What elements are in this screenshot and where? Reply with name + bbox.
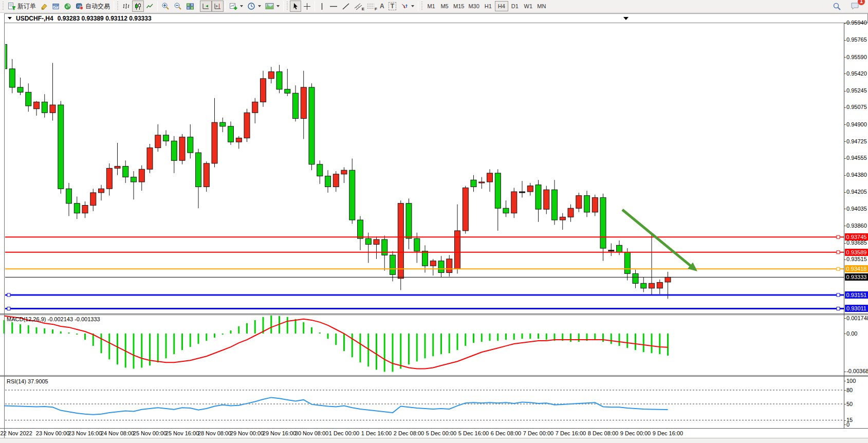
hline-price-tag-0.93745[interactable]: 0.93745 bbox=[845, 233, 868, 241]
rsi-label: RSI(14) 37.9005 bbox=[7, 378, 48, 384]
trendline-icon bbox=[342, 3, 350, 10]
rsi-pane[interactable] bbox=[0, 377, 844, 428]
hline-price-tag-0.93589[interactable]: 0.93589 bbox=[845, 249, 868, 256]
toolbar-grip[interactable] bbox=[286, 2, 289, 11]
axis-tick bbox=[844, 260, 846, 260]
toolbar-grip[interactable] bbox=[421, 2, 423, 11]
axis-tick bbox=[844, 226, 846, 226]
arrows-caret bbox=[411, 5, 414, 7]
period-button[interactable] bbox=[245, 1, 263, 12]
new-chart-button[interactable] bbox=[227, 1, 245, 12]
equidistant-channel-button[interactable]: E bbox=[352, 1, 365, 12]
chart-shift-button[interactable] bbox=[212, 1, 224, 12]
vertical-line-button[interactable] bbox=[317, 1, 327, 12]
text-button[interactable]: A bbox=[378, 1, 386, 12]
line-chart-icon bbox=[146, 3, 154, 10]
channel-letter: E bbox=[362, 7, 364, 11]
timeframe-button-m1[interactable]: M1 bbox=[424, 1, 438, 11]
metaeditor-button[interactable] bbox=[38, 1, 50, 12]
timeframe-button-d1[interactable]: D1 bbox=[508, 1, 522, 11]
line-chart-button[interactable] bbox=[144, 1, 156, 12]
text-label-button[interactable]: T bbox=[386, 1, 398, 12]
axis-tick bbox=[844, 243, 846, 244]
auto-scroll-icon bbox=[202, 3, 210, 10]
text-tool-letter: A bbox=[380, 3, 384, 10]
fibonacci-button[interactable]: F bbox=[365, 1, 378, 12]
zoom-out-button[interactable] bbox=[172, 1, 184, 12]
template-button[interactable] bbox=[263, 1, 282, 12]
hline-price-tag-0.93011[interactable]: 0.93011 bbox=[845, 305, 868, 312]
axis-tick bbox=[844, 57, 846, 58]
search-button[interactable] bbox=[830, 1, 843, 12]
crosshair-icon bbox=[303, 3, 311, 10]
rsi-tick-50: 50 bbox=[846, 401, 868, 407]
hline-price-tag-0.93151[interactable]: 0.93151 bbox=[845, 291, 868, 299]
trend-arrow-annotation[interactable] bbox=[622, 210, 697, 271]
notification-badge: 1 bbox=[858, 0, 865, 5]
timeframe-group: M1M5M15M30H1H4D1W1MN bbox=[424, 1, 548, 11]
toolbar-grip[interactable] bbox=[2, 2, 5, 11]
timeframe-button-h1[interactable]: H1 bbox=[482, 1, 495, 11]
chart-shift-marker[interactable] bbox=[623, 17, 629, 20]
timeframe-button-mn[interactable]: MN bbox=[535, 1, 548, 11]
market-watch-button[interactable] bbox=[50, 1, 62, 12]
cursor-button[interactable] bbox=[290, 1, 301, 12]
price-tick-0.94725: 0.94725 bbox=[846, 138, 868, 144]
bar-chart-button[interactable] bbox=[120, 1, 132, 12]
price-tick-0.94035: 0.94035 bbox=[846, 206, 868, 212]
main-chart-canvas[interactable] bbox=[0, 24, 844, 313]
trendline-button[interactable] bbox=[340, 1, 352, 12]
rsi-tick-100: 100 bbox=[846, 378, 868, 384]
ohlc-high: 0.93389 bbox=[81, 15, 103, 22]
candlestick-chart-button[interactable] bbox=[132, 1, 144, 12]
autotrading-button[interactable]: 自动交易 bbox=[73, 1, 112, 12]
candlestick-chart-icon bbox=[134, 3, 142, 10]
tile-windows-button[interactable] bbox=[184, 1, 196, 12]
signals-button[interactable] bbox=[62, 1, 73, 12]
period-clock-icon bbox=[247, 2, 255, 10]
hline-price-tag-0.93418[interactable]: 0.93418 bbox=[845, 265, 868, 272]
template-caret bbox=[276, 5, 280, 7]
timeframe-button-m15[interactable]: M15 bbox=[451, 1, 466, 11]
current-price-tag-0.93333[interactable]: 0.93333 bbox=[845, 273, 868, 281]
autotrading-label: 自动交易 bbox=[85, 2, 110, 11]
crosshair-button[interactable] bbox=[301, 1, 313, 12]
arrows-icon bbox=[400, 3, 409, 10]
notifications-button[interactable]: 1 bbox=[848, 1, 862, 12]
macd-pane[interactable] bbox=[0, 315, 844, 376]
axis-tick bbox=[844, 141, 846, 142]
price-tick-0.95420: 0.95420 bbox=[846, 70, 868, 77]
horizontal-line-button[interactable] bbox=[327, 1, 340, 12]
market-watch-icon bbox=[52, 3, 60, 10]
toolbar-grip[interactable] bbox=[117, 2, 119, 11]
toolbar: 新订单 bbox=[0, 0, 868, 13]
new-order-button[interactable]: 新订单 bbox=[6, 1, 38, 12]
price-tick-0.95940: 0.95940 bbox=[846, 20, 868, 26]
timeframe-button-h4[interactable]: H4 bbox=[495, 1, 508, 11]
arrows-button[interactable] bbox=[398, 1, 416, 12]
price-tick-0.94380: 0.94380 bbox=[846, 172, 868, 178]
axis-tick bbox=[844, 175, 846, 176]
timeframe-button-w1[interactable]: W1 bbox=[522, 1, 535, 11]
macd-label: MACD(12,26,9) -0.002143 -0.001333 bbox=[7, 316, 100, 322]
axis-tick bbox=[844, 73, 846, 74]
metaeditor-icon bbox=[40, 3, 48, 10]
axis-tick bbox=[844, 372, 846, 372]
chart-header: USDCHF-,H4 0.93283 0.93389 0.93112 0.933… bbox=[4, 13, 868, 23]
zoom-out-icon bbox=[174, 2, 182, 10]
axis-tick bbox=[844, 381, 846, 381]
axis-tick bbox=[844, 390, 846, 391]
macd-histogram bbox=[4, 316, 668, 372]
time-label: 9 Dec 16:00 bbox=[647, 430, 690, 436]
candles-layer bbox=[2, 39, 671, 299]
collapse-indicator-icon[interactable] bbox=[8, 17, 12, 20]
macd-tick-0.001748: 0.001748 bbox=[846, 315, 868, 321]
timeframe-button-m5[interactable]: M5 bbox=[438, 1, 451, 11]
auto-scroll-button[interactable] bbox=[200, 1, 212, 12]
price-tick-0.94205: 0.94205 bbox=[846, 189, 868, 195]
timeframe-button-m30[interactable]: M30 bbox=[466, 1, 481, 11]
axis-tick bbox=[844, 192, 846, 193]
rsi-tick-0: 0 bbox=[846, 421, 868, 428]
zoom-in-button[interactable] bbox=[159, 1, 172, 12]
chart-symbol-label: USDCHF-,H4 bbox=[16, 15, 53, 22]
